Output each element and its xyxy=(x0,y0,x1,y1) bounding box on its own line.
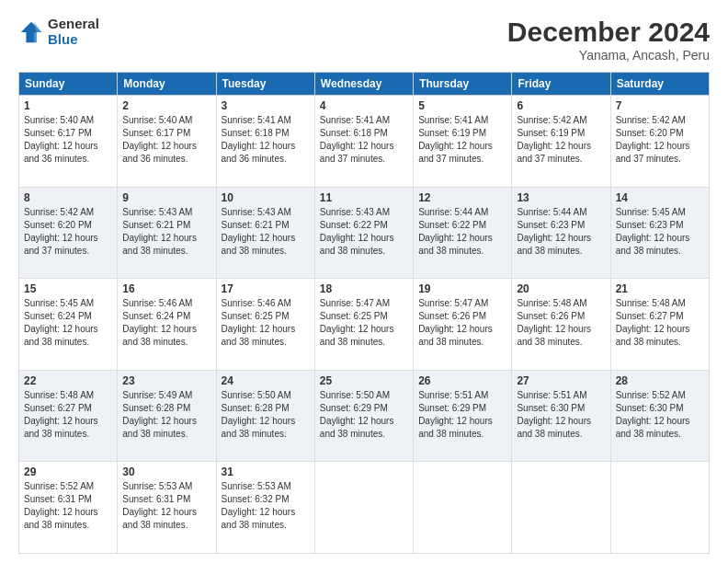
calendar-cell: 26Sunrise: 5:51 AM Sunset: 6:29 PM Dayli… xyxy=(414,370,512,462)
calendar-cell: 8Sunrise: 5:42 AM Sunset: 6:20 PM Daylig… xyxy=(19,187,118,279)
day-info: Sunrise: 5:47 AM Sunset: 6:26 PM Dayligh… xyxy=(418,297,506,349)
day-info: Sunrise: 5:49 AM Sunset: 6:28 PM Dayligh… xyxy=(122,389,210,441)
day-info: Sunrise: 5:41 AM Sunset: 6:18 PM Dayligh… xyxy=(320,114,408,166)
day-info: Sunrise: 5:42 AM Sunset: 6:20 PM Dayligh… xyxy=(616,114,704,166)
day-number: 29 xyxy=(24,465,112,478)
day-info: Sunrise: 5:48 AM Sunset: 6:27 PM Dayligh… xyxy=(616,297,704,349)
calendar-header-saturday: Saturday xyxy=(610,73,709,96)
day-info: Sunrise: 5:40 AM Sunset: 6:17 PM Dayligh… xyxy=(24,114,112,166)
day-info: Sunrise: 5:50 AM Sunset: 6:29 PM Dayligh… xyxy=(320,389,408,441)
calendar-week-row: 8Sunrise: 5:42 AM Sunset: 6:20 PM Daylig… xyxy=(19,187,710,279)
day-info: Sunrise: 5:42 AM Sunset: 6:20 PM Dayligh… xyxy=(24,206,112,258)
calendar-cell xyxy=(610,462,709,554)
day-number: 7 xyxy=(616,99,704,112)
day-info: Sunrise: 5:48 AM Sunset: 6:26 PM Dayligh… xyxy=(517,297,605,349)
day-number: 14 xyxy=(616,191,704,204)
day-info: Sunrise: 5:48 AM Sunset: 6:27 PM Dayligh… xyxy=(24,389,112,441)
day-number: 6 xyxy=(517,99,605,112)
day-info: Sunrise: 5:45 AM Sunset: 6:23 PM Dayligh… xyxy=(616,206,704,258)
day-info: Sunrise: 5:43 AM Sunset: 6:21 PM Dayligh… xyxy=(222,206,310,258)
calendar-cell: 30Sunrise: 5:53 AM Sunset: 6:31 PM Dayli… xyxy=(118,462,216,554)
calendar-cell: 7Sunrise: 5:42 AM Sunset: 6:20 PM Daylig… xyxy=(610,96,709,188)
day-info: Sunrise: 5:46 AM Sunset: 6:24 PM Dayligh… xyxy=(122,297,210,349)
calendar-cell: 31Sunrise: 5:53 AM Sunset: 6:32 PM Dayli… xyxy=(216,462,314,554)
calendar-cell: 19Sunrise: 5:47 AM Sunset: 6:26 PM Dayli… xyxy=(414,279,512,371)
day-number: 20 xyxy=(517,282,605,295)
title-block: December 2024 Yanama, Ancash, Peru xyxy=(507,17,710,63)
svg-marker-1 xyxy=(34,21,41,41)
calendar-week-row: 1Sunrise: 5:40 AM Sunset: 6:17 PM Daylig… xyxy=(19,96,710,188)
day-info: Sunrise: 5:53 AM Sunset: 6:32 PM Dayligh… xyxy=(222,480,310,532)
calendar-table: SundayMondayTuesdayWednesdayThursdayFrid… xyxy=(18,72,710,554)
day-number: 24 xyxy=(222,374,310,387)
day-number: 30 xyxy=(122,465,210,478)
calendar-cell: 29Sunrise: 5:52 AM Sunset: 6:31 PM Dayli… xyxy=(19,462,118,554)
day-number: 27 xyxy=(517,374,605,387)
calendar-cell: 16Sunrise: 5:46 AM Sunset: 6:24 PM Dayli… xyxy=(118,279,216,371)
day-number: 26 xyxy=(418,374,506,387)
calendar-cell: 28Sunrise: 5:52 AM Sunset: 6:30 PM Dayli… xyxy=(610,370,709,462)
day-number: 1 xyxy=(24,99,112,112)
day-info: Sunrise: 5:44 AM Sunset: 6:22 PM Dayligh… xyxy=(418,206,506,258)
day-number: 23 xyxy=(122,374,210,387)
calendar-header-monday: Monday xyxy=(118,73,216,96)
day-number: 21 xyxy=(616,282,704,295)
calendar-header-friday: Friday xyxy=(512,73,610,96)
calendar-header-wednesday: Wednesday xyxy=(314,73,413,96)
page: General Blue December 2024 Yanama, Ancas… xyxy=(0,0,728,563)
day-info: Sunrise: 5:41 AM Sunset: 6:19 PM Dayligh… xyxy=(418,114,506,166)
day-info: Sunrise: 5:50 AM Sunset: 6:28 PM Dayligh… xyxy=(222,389,310,441)
calendar-cell: 11Sunrise: 5:43 AM Sunset: 6:22 PM Dayli… xyxy=(314,187,413,279)
day-info: Sunrise: 5:46 AM Sunset: 6:25 PM Dayligh… xyxy=(222,297,310,349)
day-number: 3 xyxy=(222,99,310,112)
calendar-cell: 15Sunrise: 5:45 AM Sunset: 6:24 PM Dayli… xyxy=(19,279,118,371)
day-number: 9 xyxy=(122,191,210,204)
day-info: Sunrise: 5:51 AM Sunset: 6:29 PM Dayligh… xyxy=(418,389,506,441)
day-number: 22 xyxy=(24,374,112,387)
calendar-header-tuesday: Tuesday xyxy=(216,73,314,96)
calendar-title: December 2024 xyxy=(507,17,710,48)
day-number: 10 xyxy=(222,191,310,204)
day-number: 8 xyxy=(24,191,112,204)
day-info: Sunrise: 5:40 AM Sunset: 6:17 PM Dayligh… xyxy=(122,114,210,166)
day-info: Sunrise: 5:47 AM Sunset: 6:25 PM Dayligh… xyxy=(320,297,408,349)
day-number: 12 xyxy=(418,191,506,204)
calendar-cell: 25Sunrise: 5:50 AM Sunset: 6:29 PM Dayli… xyxy=(314,370,413,462)
day-number: 28 xyxy=(616,374,704,387)
calendar-cell: 21Sunrise: 5:48 AM Sunset: 6:27 PM Dayli… xyxy=(610,279,709,371)
logo: General Blue xyxy=(18,17,99,47)
day-info: Sunrise: 5:43 AM Sunset: 6:22 PM Dayligh… xyxy=(320,206,408,258)
calendar-cell: 17Sunrise: 5:46 AM Sunset: 6:25 PM Dayli… xyxy=(216,279,314,371)
calendar-cell: 13Sunrise: 5:44 AM Sunset: 6:23 PM Dayli… xyxy=(512,187,610,279)
day-number: 15 xyxy=(24,282,112,295)
day-number: 13 xyxy=(517,191,605,204)
day-number: 2 xyxy=(122,99,210,112)
calendar-cell: 4Sunrise: 5:41 AM Sunset: 6:18 PM Daylig… xyxy=(314,96,413,188)
day-number: 25 xyxy=(320,374,408,387)
calendar-week-row: 29Sunrise: 5:52 AM Sunset: 6:31 PM Dayli… xyxy=(19,462,710,554)
calendar-cell: 2Sunrise: 5:40 AM Sunset: 6:17 PM Daylig… xyxy=(118,96,216,188)
calendar-week-row: 15Sunrise: 5:45 AM Sunset: 6:24 PM Dayli… xyxy=(19,279,710,371)
calendar-cell: 27Sunrise: 5:51 AM Sunset: 6:30 PM Dayli… xyxy=(512,370,610,462)
calendar-header-thursday: Thursday xyxy=(414,73,512,96)
day-number: 18 xyxy=(320,282,408,295)
calendar-cell: 9Sunrise: 5:43 AM Sunset: 6:21 PM Daylig… xyxy=(118,187,216,279)
logo-icon xyxy=(18,19,44,45)
calendar-cell xyxy=(414,462,512,554)
calendar-cell: 22Sunrise: 5:48 AM Sunset: 6:27 PM Dayli… xyxy=(19,370,118,462)
day-info: Sunrise: 5:53 AM Sunset: 6:31 PM Dayligh… xyxy=(122,480,210,532)
calendar-header-sunday: Sunday xyxy=(19,73,118,96)
calendar-cell: 24Sunrise: 5:50 AM Sunset: 6:28 PM Dayli… xyxy=(216,370,314,462)
calendar-cell: 3Sunrise: 5:41 AM Sunset: 6:18 PM Daylig… xyxy=(216,96,314,188)
day-info: Sunrise: 5:42 AM Sunset: 6:19 PM Dayligh… xyxy=(517,114,605,166)
calendar-cell: 6Sunrise: 5:42 AM Sunset: 6:19 PM Daylig… xyxy=(512,96,610,188)
day-info: Sunrise: 5:52 AM Sunset: 6:31 PM Dayligh… xyxy=(24,480,112,532)
header: General Blue December 2024 Yanama, Ancas… xyxy=(18,17,710,63)
calendar-subtitle: Yanama, Ancash, Peru xyxy=(507,48,710,63)
day-info: Sunrise: 5:52 AM Sunset: 6:30 PM Dayligh… xyxy=(616,389,704,441)
calendar-cell xyxy=(512,462,610,554)
day-info: Sunrise: 5:45 AM Sunset: 6:24 PM Dayligh… xyxy=(24,297,112,349)
calendar-cell: 20Sunrise: 5:48 AM Sunset: 6:26 PM Dayli… xyxy=(512,279,610,371)
calendar-week-row: 22Sunrise: 5:48 AM Sunset: 6:27 PM Dayli… xyxy=(19,370,710,462)
day-number: 19 xyxy=(418,282,506,295)
